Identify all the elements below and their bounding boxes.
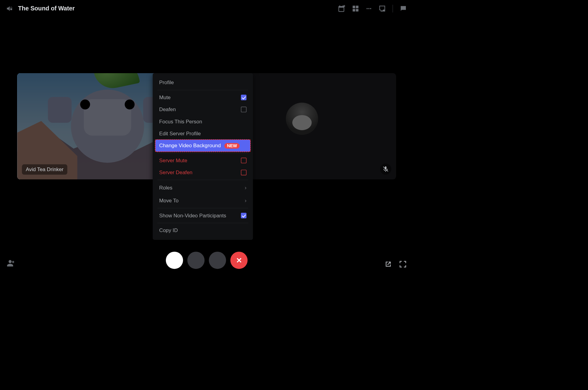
person-add-icon: [6, 259, 15, 268]
user-context-menu: Profile Mute Deafen Focus This Person Ed…: [153, 73, 253, 240]
menu-mute[interactable]: Mute: [155, 92, 250, 103]
speaker-locked-icon: [6, 5, 13, 12]
disconnect-button[interactable]: ✕: [230, 252, 247, 269]
mic-off-icon: [382, 166, 389, 172]
menu-label: Server Deafen: [159, 170, 193, 176]
svg-point-2: [370, 8, 371, 9]
checkbox-icon[interactable]: [241, 95, 246, 100]
menu-separator: [157, 90, 248, 90]
call-controls: ✕: [166, 252, 247, 269]
menu-show-non-video[interactable]: Show Non-Video Participants: [155, 209, 250, 221]
participant-name-label: Avid Tea Drinker: [22, 164, 67, 175]
more-icon[interactable]: [366, 5, 372, 12]
chevron-right-icon: ›: [245, 197, 246, 204]
checkbox-icon[interactable]: [241, 213, 246, 218]
inbox-icon[interactable]: [378, 5, 386, 12]
video-toggle-button[interactable]: [166, 252, 183, 269]
fullscreen-icon[interactable]: [399, 260, 407, 268]
checkbox-icon[interactable]: [241, 107, 246, 112]
menu-label: Mute: [159, 94, 170, 100]
popout-icon[interactable]: [384, 260, 392, 268]
menu-label: Deafen: [159, 107, 176, 113]
checkbox-icon[interactable]: [241, 170, 246, 175]
menu-roles[interactable]: Roles ›: [155, 181, 250, 194]
invite-button[interactable]: [6, 259, 15, 268]
menu-label: Copy ID: [159, 227, 178, 234]
menu-edit-server-profile[interactable]: Edit Server Profile: [155, 128, 250, 140]
header-left: The Sound of Water: [6, 5, 75, 12]
header-separator: [392, 5, 393, 12]
footer-right: [384, 260, 407, 268]
menu-label-text: Change Video Background: [159, 143, 221, 148]
menu-label: Change Video Background NEW: [159, 143, 240, 149]
create-event-icon[interactable]: [338, 5, 345, 12]
menu-label: Server Mute: [159, 157, 187, 163]
menu-server-mute[interactable]: Server Mute: [155, 155, 250, 167]
menu-profile[interactable]: Profile: [155, 77, 250, 88]
checkbox-icon[interactable]: [241, 158, 246, 163]
new-badge: NEW: [224, 143, 240, 148]
menu-label: Roles: [159, 185, 172, 191]
menu-deafen[interactable]: Deafen: [155, 103, 250, 115]
chevron-right-icon: ›: [245, 184, 246, 191]
menu-label: Edit Server Profile: [159, 131, 201, 137]
svg-point-1: [368, 8, 369, 9]
menu-focus-person[interactable]: Focus This Person: [155, 115, 250, 127]
menu-change-video-background[interactable]: Change Video Background NEW: [155, 140, 250, 152]
close-icon: ✕: [236, 256, 242, 264]
menu-server-deafen[interactable]: Server Deafen: [155, 167, 250, 178]
channel-title: The Sound of Water: [18, 5, 75, 12]
screen-share-button[interactable]: [187, 252, 204, 269]
menu-move-to[interactable]: Move To ›: [155, 194, 250, 207]
menu-separator: [157, 180, 248, 180]
menu-label: Move To: [159, 197, 178, 204]
call-header: The Sound of Water: [0, 0, 413, 17]
muted-badge: [380, 163, 391, 175]
menu-label: Profile: [159, 80, 174, 86]
menu-label: Show Non-Video Participants: [159, 212, 226, 219]
menu-separator: [157, 153, 248, 153]
svg-point-0: [366, 8, 368, 9]
mic-toggle-button[interactable]: [209, 252, 226, 269]
header-right: [338, 5, 407, 12]
menu-copy-id[interactable]: Copy ID: [155, 224, 250, 236]
grid-view-icon[interactable]: [352, 5, 359, 12]
chat-icon[interactable]: [399, 5, 407, 12]
menu-separator: [157, 223, 248, 223]
menu-label: Focus This Person: [159, 118, 202, 125]
menu-separator: [157, 208, 248, 208]
